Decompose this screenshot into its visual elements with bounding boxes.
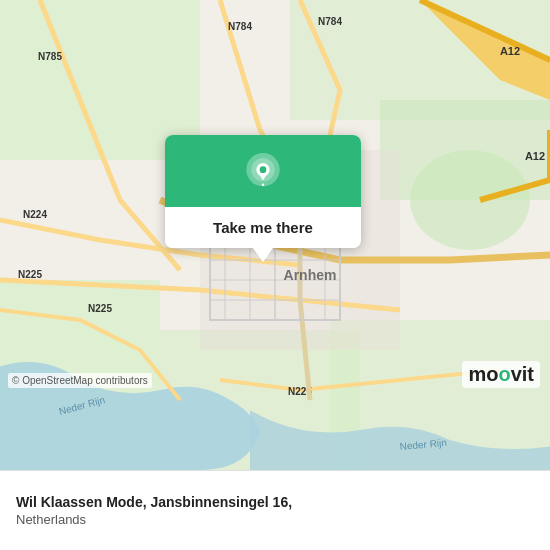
svg-text:N225: N225 (88, 303, 112, 314)
osm-credit: © OpenStreetMap contributors (8, 373, 152, 388)
svg-text:N224: N224 (23, 209, 47, 220)
svg-text:N225: N225 (18, 269, 42, 280)
svg-text:A12: A12 (500, 45, 520, 57)
svg-text:Arnhem: Arnhem (284, 267, 337, 283)
svg-text:N784: N784 (318, 16, 342, 27)
svg-text:N784: N784 (228, 21, 252, 32)
svg-text:N785: N785 (38, 51, 62, 62)
svg-point-24 (260, 166, 267, 173)
map-area: A12 A12 N784 N784 N785 N224 N225 N225 N2… (0, 0, 550, 470)
moovit-logo: moovit (462, 361, 540, 388)
app-container: A12 A12 N784 N784 N785 N224 N225 N225 N2… (0, 0, 550, 550)
svg-text:A12: A12 (525, 150, 545, 162)
svg-point-4 (410, 150, 530, 250)
map-popup: Take me there (165, 135, 361, 248)
popup-header (165, 135, 361, 207)
take-me-there-button[interactable]: Take me there (165, 207, 361, 248)
place-country: Netherlands (16, 512, 534, 527)
location-pin-icon (243, 153, 283, 193)
info-bar: Wil Klaassen Mode, Jansbinnensingel 16, … (0, 470, 550, 550)
place-name: Wil Klaassen Mode, Jansbinnensingel 16, (16, 494, 534, 510)
